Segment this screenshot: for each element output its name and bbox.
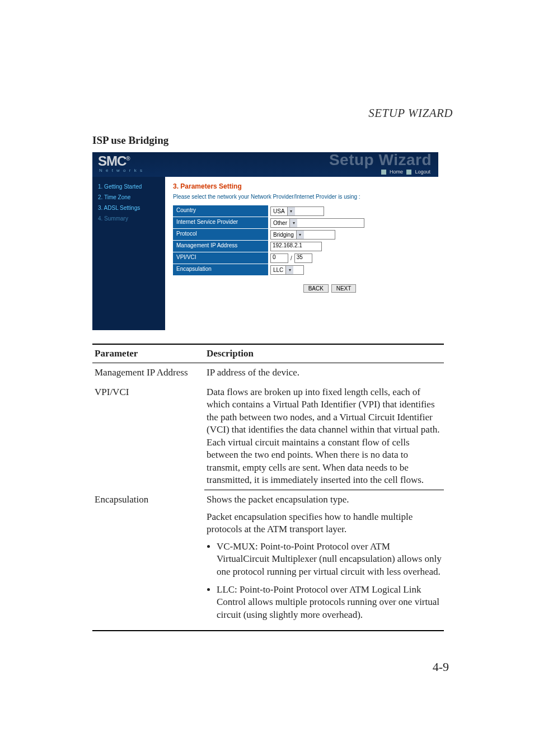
row-mgmt-ip: Management IP Address 192.168.2.1 [173,241,430,252]
brand-logo-text: SMC [98,153,126,168]
back-button[interactable]: BACK [303,284,329,293]
section-heading: ISP use Bridging [92,134,444,147]
logout-link[interactable]: Logout [415,169,430,175]
encap-bullet-llc: LLC: Point-to-Point Protocol over ATM Lo… [217,584,442,621]
top-links: Home Logout [379,169,430,175]
select-protocol-value: Bridging [273,232,294,238]
table-header-row: Parameter Description [92,344,444,363]
label-mgmt-ip: Management IP Address [173,241,268,252]
brand-logo-reg: ® [126,156,129,162]
home-icon [381,170,386,175]
chevron-down-icon: ▾ [285,266,293,274]
ss-body: 1. Getting Started 2. Time Zone 3. ADSL … [92,177,438,330]
table-row: Encapsulation Shows the packet encapsula… [92,490,444,631]
row-vpi-vci: VPI/VCI 0 / 35 [173,252,430,264]
label-protocol: Protocol [173,229,268,240]
select-isp-value: Other [273,220,287,226]
ss-topbar: SMC® N e t w o r k s Setup Wizard Home L… [92,152,438,177]
brand-logo-sub: N e t w o r k s [99,168,143,173]
button-row: BACK NEXT [229,284,430,293]
home-link[interactable]: Home [390,169,403,175]
wizard-sidebar: 1. Getting Started 2. Time Zone 3. ADSL … [92,177,165,330]
param-mgmt-ip: Management IP Address [92,363,204,383]
content-area: ISP use Bridging SMC® N e t w o r k s Se… [92,134,444,631]
row-encap: Encapsulation LLC ▾ [173,264,430,275]
parameter-table: Parameter Description Management IP Addr… [92,344,444,631]
page-header: SETUP WIZARD [368,106,453,120]
input-mgmt-ip[interactable]: 192.168.2.1 [270,242,322,251]
select-protocol[interactable]: Bridging ▾ [270,230,335,240]
chevron-down-icon: ▾ [296,231,304,239]
chevron-down-icon: ▾ [287,207,295,215]
select-country-value: USA [273,208,285,214]
label-isp: Internet Service Provider [173,217,268,228]
row-isp: Internet Service Provider Other ▾ [173,217,430,228]
row-country: Country USA ▾ [173,205,430,217]
input-vci[interactable]: 35 [294,253,312,263]
vpi-vci-separator: / [291,255,292,261]
table-row: VPI/VCI Data flows are broken up into fi… [92,383,444,490]
wizard-main: 3. Parameters Setting Please select the … [165,177,438,330]
label-country: Country [173,205,268,217]
chevron-down-icon: ▾ [289,219,297,227]
label-encap: Encapsulation [173,264,268,275]
header-description: Description [204,344,444,363]
label-vpi-vci: VPI/VCI [173,252,268,264]
panel-hint: Please select the network your Network P… [173,194,430,200]
param-encap: Encapsulation [92,490,204,631]
select-encap[interactable]: LLC ▾ [270,265,304,275]
select-isp[interactable]: Other ▾ [270,218,364,228]
select-country[interactable]: USA ▾ [270,206,324,216]
select-encap-value: LLC [273,267,283,273]
header-parameter: Parameter [92,344,204,363]
wizard-title-ghost: Setup Wizard [329,151,432,169]
encap-p1: Shows the packet encapsulation type. [207,494,442,506]
param-vpi-vci: VPI/VCI [92,383,204,490]
desc-encap: Shows the packet encapsulation type. Pac… [204,490,444,631]
sidebar-step-1[interactable]: 1. Getting Started [92,181,165,192]
desc-mgmt-ip: IP address of the device. [204,363,444,383]
encap-bullet-vcmux: VC-MUX: Point-to-Point Protocol over ATM… [217,541,442,578]
table-row: Management IP Address IP address of the … [92,363,444,383]
encap-p2: Packet encapsulation specifies how to ha… [207,511,442,536]
sidebar-step-2[interactable]: 2. Time Zone [92,192,165,203]
next-button[interactable]: NEXT [331,284,357,293]
sidebar-step-3[interactable]: 3. ADSL Settings [92,203,165,213]
panel-heading: 3. Parameters Setting [173,182,430,190]
sidebar-step-4[interactable]: 4. Summary [92,213,165,224]
embedded-screenshot: SMC® N e t w o r k s Setup Wizard Home L… [92,152,438,330]
brand-logo: SMC® [98,153,130,169]
input-vpi[interactable]: 0 [270,253,288,263]
page-number: 4-9 [433,660,449,674]
row-protocol: Protocol Bridging ▾ [173,229,430,240]
desc-vpi-vci: Data flows are broken up into fixed leng… [204,383,444,490]
logout-icon [406,170,411,175]
